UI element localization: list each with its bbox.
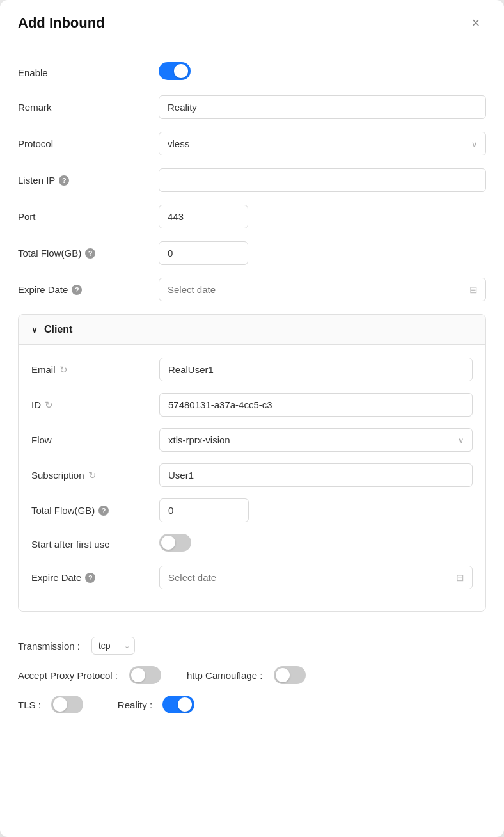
client-expire-date-control: ⊟ bbox=[159, 566, 473, 589]
client-expire-date-label: Expire Date ? bbox=[31, 572, 159, 583]
enable-control bbox=[159, 62, 486, 83]
start-after-control bbox=[159, 534, 473, 554]
http-camouflage-toggle[interactable] bbox=[274, 666, 306, 684]
accept-proxy-toggle[interactable] bbox=[129, 666, 161, 684]
listen-ip-label: Listen IP ? bbox=[18, 175, 159, 186]
client-body: Email ↻ ID ↻ bbox=[19, 345, 485, 611]
modal-header: Add Inbound × bbox=[0, 0, 504, 44]
tls-group: TLS : bbox=[18, 696, 83, 713]
remark-control bbox=[159, 95, 486, 119]
reality-thumb bbox=[178, 698, 192, 712]
start-after-row: Start after first use bbox=[31, 534, 473, 554]
transmission-label: Transmission : bbox=[18, 641, 80, 651]
email-refresh-icon[interactable]: ↻ bbox=[59, 364, 68, 376]
id-input[interactable] bbox=[159, 393, 473, 417]
listen-ip-control bbox=[159, 168, 486, 192]
remark-input[interactable] bbox=[159, 95, 486, 119]
transmission-select-wrap: tcp ws grpc http ⌄ bbox=[91, 637, 135, 655]
listen-ip-help-icon[interactable]: ? bbox=[59, 175, 69, 186]
enable-toggle-thumb bbox=[174, 64, 188, 78]
client-expire-date-help-icon[interactable]: ? bbox=[85, 573, 95, 583]
start-after-label: Start after first use bbox=[31, 539, 159, 550]
bottom-section: Transmission : tcp ws grpc http ⌄ Accept… bbox=[18, 625, 486, 713]
remark-row: Remark bbox=[18, 95, 486, 119]
client-email-label: Email ↻ bbox=[31, 364, 159, 376]
protocol-row: Protocol vless vmess trojan shadowsocks … bbox=[18, 132, 486, 155]
protocol-select[interactable]: vless vmess trojan shadowsocks bbox=[159, 132, 486, 155]
http-camouflage-label: http Camouflage : bbox=[187, 670, 262, 681]
start-after-toggle[interactable] bbox=[159, 534, 191, 552]
accept-proxy-group: Accept Proxy Protocol : bbox=[18, 666, 161, 684]
remark-label: Remark bbox=[18, 102, 159, 113]
start-after-toggle-thumb bbox=[161, 536, 175, 550]
client-section: ∨ Client Email ↻ ID bbox=[18, 314, 486, 612]
client-total-flow-help-icon[interactable]: ? bbox=[98, 506, 109, 516]
expire-date-help-icon[interactable]: ? bbox=[72, 285, 82, 295]
reality-toggle[interactable] bbox=[162, 696, 194, 713]
expire-date-row: Expire Date ? ⊟ bbox=[18, 278, 486, 301]
modal-title: Add Inbound bbox=[18, 15, 105, 31]
accept-proxy-thumb bbox=[131, 668, 145, 682]
client-total-flow-control bbox=[159, 498, 473, 522]
client-expire-date-row: Expire Date ? ⊟ bbox=[31, 566, 473, 589]
protocol-label: Protocol bbox=[18, 138, 159, 149]
client-id-row: ID ↻ bbox=[31, 393, 473, 417]
tls-thumb bbox=[53, 698, 67, 712]
add-inbound-modal: Add Inbound × Enable Remark Protocol bbox=[0, 0, 504, 837]
client-chevron-icon: ∨ bbox=[31, 325, 38, 335]
transmission-row: Transmission : tcp ws grpc http ⌄ bbox=[18, 637, 486, 655]
modal-body: Enable Remark Protocol vless bbox=[0, 44, 504, 740]
total-flow-help-icon[interactable]: ? bbox=[85, 248, 95, 259]
client-section-label: Client bbox=[44, 324, 72, 335]
protocol-control: vless vmess trojan shadowsocks ∨ bbox=[159, 132, 486, 155]
client-total-flow-input[interactable] bbox=[159, 498, 249, 522]
email-input[interactable] bbox=[159, 358, 473, 381]
close-icon: × bbox=[472, 15, 480, 31]
expire-date-control: ⊟ bbox=[159, 278, 486, 301]
client-subscription-control bbox=[159, 463, 473, 487]
total-flow-row: Total Flow(GB) ? bbox=[18, 241, 486, 265]
total-flow-input[interactable] bbox=[159, 241, 248, 265]
expire-date-label: Expire Date ? bbox=[18, 284, 159, 295]
flow-select[interactable]: xtls-rprx-vision none bbox=[159, 428, 473, 452]
client-expire-date-input[interactable] bbox=[159, 566, 473, 589]
total-flow-control bbox=[159, 241, 486, 265]
accept-proxy-label: Accept Proxy Protocol : bbox=[18, 670, 118, 681]
port-control bbox=[159, 205, 486, 228]
client-id-control bbox=[159, 393, 473, 417]
tls-label: TLS : bbox=[18, 699, 41, 710]
client-email-control bbox=[159, 358, 473, 381]
client-flow-label: Flow bbox=[31, 434, 159, 445]
listen-ip-input[interactable] bbox=[159, 168, 486, 192]
client-subscription-label: Subscription ↻ bbox=[31, 470, 159, 481]
client-email-row: Email ↻ bbox=[31, 358, 473, 381]
client-flow-control: xtls-rprx-vision none ∨ bbox=[159, 428, 473, 452]
enable-toggle[interactable] bbox=[159, 62, 191, 80]
subscription-input[interactable] bbox=[159, 463, 473, 487]
port-row: Port bbox=[18, 205, 486, 228]
id-refresh-icon[interactable]: ↻ bbox=[45, 399, 53, 411]
client-total-flow-row: Total Flow(GB) ? bbox=[31, 498, 473, 522]
client-section-header[interactable]: ∨ Client bbox=[19, 315, 485, 345]
listen-ip-row: Listen IP ? bbox=[18, 168, 486, 192]
client-expire-date-wrap: ⊟ bbox=[159, 566, 473, 589]
port-input[interactable] bbox=[159, 205, 248, 228]
protocol-select-wrap: vless vmess trojan shadowsocks ∨ bbox=[159, 132, 486, 155]
subscription-refresh-icon[interactable]: ↻ bbox=[88, 470, 97, 481]
expire-date-wrap: ⊟ bbox=[159, 278, 486, 301]
expire-date-input[interactable] bbox=[159, 278, 486, 301]
client-flow-row: Flow xtls-rprx-vision none ∨ bbox=[31, 428, 473, 452]
enable-label: Enable bbox=[18, 67, 159, 78]
enable-row: Enable bbox=[18, 62, 486, 83]
total-flow-label: Total Flow(GB) ? bbox=[18, 248, 159, 259]
client-subscription-row: Subscription ↻ bbox=[31, 463, 473, 487]
flow-select-wrap: xtls-rprx-vision none ∨ bbox=[159, 428, 473, 452]
tls-reality-row: TLS : Reality : bbox=[18, 696, 486, 713]
transmission-select[interactable]: tcp ws grpc http bbox=[91, 637, 135, 655]
client-total-flow-label: Total Flow(GB) ? bbox=[31, 505, 159, 516]
tls-toggle[interactable] bbox=[51, 696, 83, 713]
close-button[interactable]: × bbox=[466, 13, 486, 33]
http-camouflage-group: http Camouflage : bbox=[187, 666, 306, 684]
proxy-camouflage-row: Accept Proxy Protocol : http Camouflage … bbox=[18, 666, 486, 684]
port-label: Port bbox=[18, 211, 159, 222]
